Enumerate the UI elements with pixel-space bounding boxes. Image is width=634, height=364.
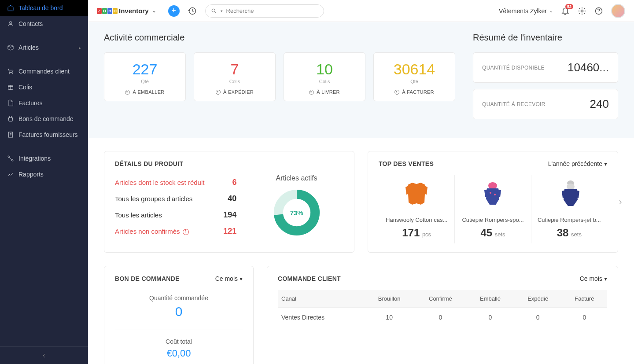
chevron-right-icon: › bbox=[619, 196, 622, 208]
table-cell: 0 bbox=[562, 308, 607, 327]
sidebar-item-bills[interactable]: Factures fournisseurs bbox=[0, 127, 88, 143]
product-detail-row[interactable]: Articles non confirmés121 bbox=[115, 223, 236, 239]
activity-card[interactable]: 7 Colis À EXPÉDIER bbox=[194, 52, 276, 101]
logo[interactable]: ZOHO Inventory ⌄ bbox=[97, 7, 160, 15]
product-row-value: 40 bbox=[228, 194, 236, 203]
activity-card-unit: Qté bbox=[378, 79, 450, 84]
sidebar-item-sales-orders[interactable]: Commandes client bbox=[0, 63, 88, 79]
caret-down-icon: ▾ bbox=[604, 275, 607, 282]
svg-point-0 bbox=[9, 22, 11, 24]
table-header: Facturé bbox=[562, 290, 607, 308]
product-image-icon bbox=[475, 180, 510, 210]
avatar[interactable] bbox=[611, 4, 625, 18]
receipt-icon bbox=[7, 131, 14, 138]
table-header: Expédié bbox=[514, 290, 562, 308]
top-sales-panel: TOP DES VENTES L'année précédente ▾ Hans… bbox=[368, 151, 618, 253]
po-filter[interactable]: Ce mois ▾ bbox=[215, 275, 243, 282]
status-dot-icon bbox=[216, 90, 221, 95]
bag-icon bbox=[7, 115, 14, 122]
svg-point-1 bbox=[9, 74, 10, 74]
chevron-right-icon: ▸ bbox=[79, 45, 81, 50]
top-sales-qty: 171 bbox=[402, 227, 420, 239]
activity-card[interactable]: 30614 Qté À FACTURER bbox=[373, 52, 455, 101]
product-details-title: DÉTAILS DU PRODUIT bbox=[115, 160, 343, 167]
help-button[interactable] bbox=[594, 7, 603, 15]
home-icon bbox=[7, 4, 14, 11]
donut-title: Articles actifs bbox=[250, 174, 343, 182]
chevron-down-icon: ▾ bbox=[221, 9, 223, 13]
history-icon bbox=[188, 7, 197, 15]
activity-card[interactable]: 227 Qté À EMBALLER bbox=[104, 52, 186, 101]
purchase-order-panel: BON DE COMMANDE Ce mois ▾ Quantité comma… bbox=[104, 266, 254, 364]
activity-summary-row: Activité commerciale 227 Qté À EMBALLER … bbox=[88, 22, 634, 138]
top-sales-qty: 38 bbox=[557, 227, 569, 239]
content: Activité commerciale 227 Qté À EMBALLER … bbox=[88, 22, 634, 364]
sidebar-item-label: Commandes client bbox=[18, 68, 70, 75]
add-button[interactable]: + bbox=[168, 5, 180, 17]
summary-label: QUANTITÉ DISPONIBLE bbox=[482, 65, 545, 71]
sidebar-item-label: Rapports bbox=[18, 171, 44, 178]
sidebar-item-articles[interactable]: Articles ▸ bbox=[0, 40, 88, 55]
product-row-label: Articles dont le stock est réduit bbox=[115, 179, 204, 186]
po-cost-label: Coût total bbox=[115, 338, 243, 345]
so-filter[interactable]: Ce mois ▾ bbox=[580, 275, 607, 282]
top-sales-item[interactable]: Hanswooly Cotton cas... 171 pcs bbox=[379, 175, 455, 243]
activity-card-value: 227 bbox=[109, 61, 181, 78]
notifications-button[interactable]: 52 bbox=[561, 7, 570, 15]
top-sales-filter[interactable]: L'année précédente ▾ bbox=[548, 160, 607, 167]
product-row-value: 6 bbox=[232, 178, 236, 187]
top-sales-item[interactable]: Cutiepie Rompers-spo... 45 sets bbox=[455, 175, 531, 243]
top-sales-name: Cutiepie Rompers-spo... bbox=[459, 217, 526, 223]
product-row-label: Articles non confirmés bbox=[115, 228, 189, 235]
activity-card-label: À EMBALLER bbox=[109, 89, 181, 95]
status-dot-icon bbox=[125, 90, 130, 95]
so-title: COMMANDE CLIENT bbox=[278, 275, 341, 282]
sidebar-item-label: Colis bbox=[18, 84, 32, 91]
sidebar-item-invoices[interactable]: Factures bbox=[0, 95, 88, 111]
top-sales-next-button[interactable]: › bbox=[615, 193, 626, 211]
sidebar-item-purchase-orders[interactable]: Bons de commande bbox=[0, 111, 88, 127]
sidebar-item-integrations[interactable]: Intégrations bbox=[0, 151, 88, 166]
product-detail-row[interactable]: Articles dont le stock est réduit6 bbox=[115, 174, 236, 191]
sidebar-item-reports[interactable]: Rapports bbox=[0, 166, 88, 182]
po-cost-value: €0,00 bbox=[115, 348, 243, 359]
org-name: Vêtements Zylker bbox=[499, 7, 547, 15]
summary-value: 10460... bbox=[568, 61, 609, 74]
sidebar-item-dashboard[interactable]: Tableau de bord bbox=[0, 0, 88, 16]
donut-percent: 73% bbox=[290, 209, 303, 217]
sidebar-item-packages[interactable]: Colis bbox=[0, 79, 88, 95]
svg-point-15 bbox=[567, 184, 575, 190]
user-icon bbox=[7, 20, 14, 27]
svg-point-7 bbox=[212, 9, 215, 12]
active-items-donut: 73% bbox=[273, 188, 321, 237]
activity-card-unit: Colis bbox=[199, 79, 271, 84]
gear-icon bbox=[578, 7, 586, 15]
history-button[interactable] bbox=[188, 6, 197, 16]
zoho-logo-icon: ZOHO bbox=[97, 8, 118, 14]
sidebar-item-label: Bons de commande bbox=[18, 115, 74, 122]
top-sales-item[interactable]: Cutiepie Rompers-jet b... 38 sets bbox=[531, 175, 607, 243]
sidebar: Tableau de bord Contacts Articles ▸ Comm… bbox=[0, 0, 88, 364]
po-qty-label: Quantité commandée bbox=[115, 294, 243, 301]
org-selector[interactable]: Vêtements Zylker ⌄ bbox=[499, 7, 553, 15]
search-input[interactable] bbox=[226, 7, 318, 14]
table-header: Confirmé bbox=[414, 290, 466, 308]
sidebar-item-label: Tableau de bord bbox=[18, 4, 63, 11]
activity-card-label: À EXPÉDIER bbox=[199, 89, 271, 95]
activity-card[interactable]: 10 Colis À LIVRER bbox=[284, 52, 365, 101]
sidebar-collapse-button[interactable] bbox=[0, 346, 88, 364]
activity-card-value: 7 bbox=[199, 61, 271, 78]
summary-card: QUANTITÉ À RECEVOIR240 bbox=[473, 89, 618, 119]
sidebar-item-label: Articles bbox=[18, 44, 39, 51]
topbar: ZOHO Inventory ⌄ + ▾ Vêtements Zylker ⌄ bbox=[88, 0, 634, 22]
settings-button[interactable] bbox=[578, 7, 586, 15]
product-detail-row[interactable]: Tous les articles194 bbox=[115, 207, 236, 223]
activity-card-unit: Qté bbox=[109, 79, 181, 84]
table-cell: Ventes Directes bbox=[278, 308, 364, 327]
status-dot-icon bbox=[309, 90, 314, 95]
sidebar-item-contacts[interactable]: Contacts bbox=[0, 16, 88, 32]
product-detail-row[interactable]: Tous les groupes d'articles40 bbox=[115, 191, 236, 207]
po-title: BON DE COMMANDE bbox=[115, 275, 180, 282]
search-input-wrapper[interactable]: ▾ bbox=[205, 4, 324, 18]
search-icon bbox=[211, 8, 217, 14]
